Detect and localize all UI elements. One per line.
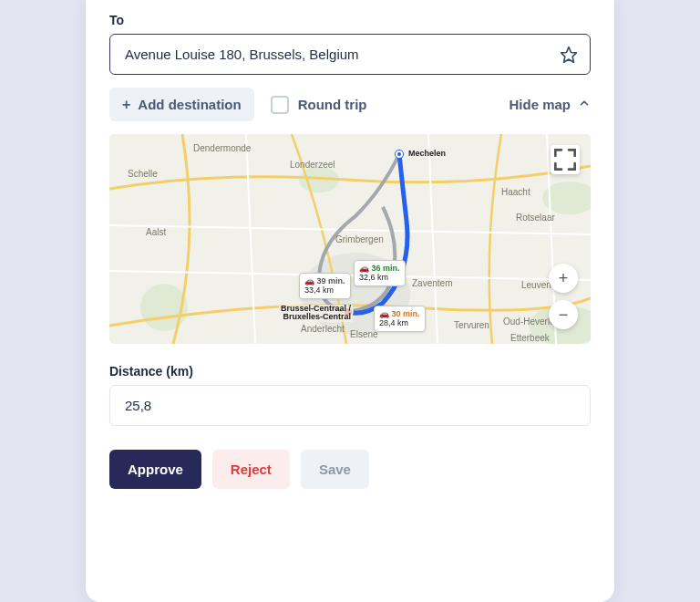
action-buttons: Approve Reject Save xyxy=(109,450,591,489)
add-destination-label: Add destination xyxy=(138,97,241,112)
chevron-up-icon xyxy=(578,97,591,112)
plus-icon: + xyxy=(122,98,130,112)
round-trip-toggle[interactable]: Round trip xyxy=(271,96,367,114)
to-input[interactable] xyxy=(109,34,591,75)
hide-map-toggle[interactable]: Hide map xyxy=(509,97,591,112)
map-start-pin xyxy=(396,150,403,158)
fullscreen-icon xyxy=(551,145,580,174)
trip-options-row: + Add destination Round trip Hide map xyxy=(109,88,591,121)
route-map[interactable]: Mechelen Brussel-Centraal / Bruxelles-Ce… xyxy=(109,134,591,344)
to-input-wrap xyxy=(109,34,591,75)
round-trip-checkbox[interactable] xyxy=(271,96,289,114)
minus-icon: − xyxy=(559,306,569,325)
round-trip-label: Round trip xyxy=(298,97,367,112)
zoom-out-button[interactable]: − xyxy=(549,300,578,329)
svg-marker-0 xyxy=(561,47,577,62)
distance-input[interactable] xyxy=(109,385,591,426)
svg-point-7 xyxy=(344,307,353,317)
map-end-pin xyxy=(343,306,354,317)
hide-map-label: Hide map xyxy=(509,97,571,112)
distance-label: Distance (km) xyxy=(109,364,591,379)
trip-form-card: To + Add destination Round trip Hide map xyxy=(86,0,614,602)
favorite-button[interactable] xyxy=(556,42,582,67)
add-destination-button[interactable]: + Add destination xyxy=(109,88,254,121)
zoom-in-button[interactable]: + xyxy=(549,264,578,293)
approve-button[interactable]: Approve xyxy=(109,450,201,489)
star-icon xyxy=(560,46,578,64)
to-label: To xyxy=(109,13,591,27)
reject-button[interactable]: Reject xyxy=(212,450,290,489)
plus-icon: + xyxy=(559,269,569,288)
save-button[interactable]: Save xyxy=(301,450,369,489)
fullscreen-button[interactable] xyxy=(551,145,580,174)
